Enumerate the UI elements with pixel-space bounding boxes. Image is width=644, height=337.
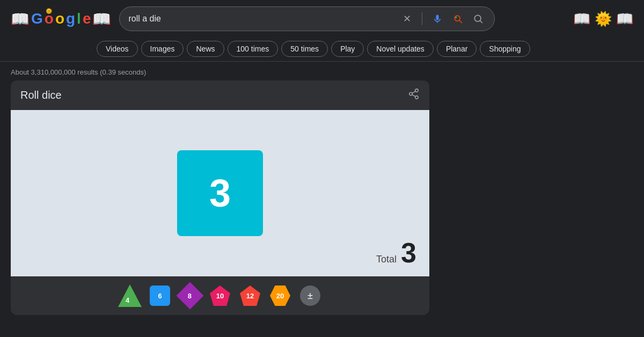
google-logo[interactable]: 📖 G o 🌞 o g l e 📖 bbox=[11, 10, 111, 28]
card-header: Roll dice bbox=[11, 80, 429, 110]
search-bar[interactable]: roll a die ✕ bbox=[119, 6, 495, 31]
d10-shape: 10 bbox=[210, 285, 230, 306]
die-face[interactable]: 3 bbox=[177, 150, 263, 236]
svg-point-0 bbox=[455, 16, 460, 21]
logo-l: l bbox=[77, 10, 80, 27]
d6-shape: 6 bbox=[150, 285, 170, 306]
total-display: Total 3 bbox=[376, 239, 416, 267]
die-d6-button[interactable]: 6 bbox=[147, 283, 173, 309]
d8-label: 8 bbox=[188, 291, 192, 299]
logo-e: e bbox=[83, 10, 91, 27]
filter-novel[interactable]: Novel updates bbox=[367, 41, 434, 57]
filter-planar[interactable]: Planar bbox=[437, 41, 477, 57]
d6-label: 6 bbox=[158, 292, 162, 300]
logo-o2: o bbox=[55, 10, 64, 27]
svg-point-6 bbox=[415, 96, 419, 99]
logo-icon-right: 📖 bbox=[92, 10, 111, 28]
die-custom-button[interactable]: ± bbox=[297, 283, 323, 309]
filter-100times[interactable]: 100 times bbox=[228, 41, 279, 57]
results-count: About 3,310,000,000 results (0.39 second… bbox=[11, 68, 146, 76]
logo-sun-icon: 🌞 bbox=[46, 8, 52, 14]
filter-news[interactable]: News bbox=[187, 41, 224, 57]
clear-search-button[interactable]: ✕ bbox=[399, 11, 414, 26]
custom-shape: ± bbox=[300, 285, 320, 306]
search-divider bbox=[422, 12, 422, 25]
d8-shape: 8 bbox=[177, 282, 204, 310]
filter-50times[interactable]: 50 times bbox=[281, 41, 328, 57]
filter-videos[interactable]: Videos bbox=[97, 41, 138, 57]
die-d8-button[interactable]: 8 bbox=[177, 283, 203, 309]
filter-images[interactable]: Images bbox=[141, 41, 184, 57]
dice-selector: 4 6 8 10 12 20 bbox=[11, 276, 429, 315]
search-query: roll a die bbox=[128, 14, 394, 24]
die-d12-button[interactable]: 12 bbox=[237, 283, 263, 309]
total-value: 3 bbox=[401, 239, 416, 267]
die-d10-button[interactable]: 10 bbox=[207, 283, 233, 309]
results-info: About 3,310,000,000 results (0.39 second… bbox=[0, 62, 644, 80]
svg-line-7 bbox=[412, 94, 415, 97]
filter-shopping[interactable]: Shopping bbox=[480, 41, 530, 57]
header-right: 📖 🌞 📖 bbox=[573, 11, 633, 27]
logo-g: G bbox=[31, 10, 42, 27]
share-button[interactable] bbox=[408, 88, 420, 102]
search-button[interactable] bbox=[471, 11, 486, 26]
svg-line-8 bbox=[412, 91, 415, 93]
svg-point-1 bbox=[455, 17, 457, 18]
roll-dice-card: Roll dice 3 Total 3 4 bbox=[11, 80, 429, 315]
d12-shape: 12 bbox=[240, 285, 260, 306]
custom-label: ± bbox=[308, 290, 313, 302]
logo-icon-left: 📖 bbox=[11, 10, 29, 28]
die-value: 3 bbox=[209, 171, 231, 215]
logo-g2: g bbox=[66, 10, 75, 27]
header-icon-3: 📖 bbox=[616, 11, 633, 27]
lens-search-button[interactable] bbox=[450, 11, 465, 26]
dice-area[interactable]: 3 Total 3 bbox=[11, 110, 429, 276]
d10-label: 10 bbox=[216, 292, 224, 300]
filter-play[interactable]: Play bbox=[331, 41, 364, 57]
total-label: Total bbox=[376, 254, 397, 265]
d20-label: 20 bbox=[276, 292, 284, 300]
d4-label: 4 bbox=[126, 296, 129, 304]
die-d4-button[interactable]: 4 bbox=[117, 283, 143, 309]
header-icon-1: 📖 bbox=[573, 11, 590, 27]
d12-label: 12 bbox=[246, 292, 254, 300]
card-title: Roll dice bbox=[20, 89, 62, 101]
svg-point-5 bbox=[409, 92, 413, 96]
d4-shape: 4 bbox=[118, 284, 142, 307]
d20-shape: 20 bbox=[270, 285, 290, 306]
svg-line-3 bbox=[480, 21, 482, 23]
header: 📖 G o 🌞 o g l e 📖 roll a die ✕ bbox=[0, 0, 644, 38]
svg-point-4 bbox=[415, 89, 419, 92]
voice-search-button[interactable] bbox=[430, 11, 445, 26]
die-d20-button[interactable]: 20 bbox=[267, 283, 293, 309]
search-filters: Videos Images News 100 times 50 times Pl… bbox=[0, 38, 644, 62]
header-icon-2: 🌞 bbox=[595, 11, 612, 27]
